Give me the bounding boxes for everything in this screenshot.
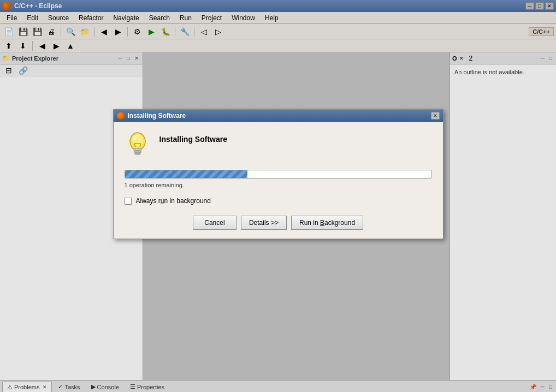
dialog-title-bar: Installing Software ✕	[114, 110, 443, 122]
dialog-title: Installing Software	[128, 112, 186, 120]
lightbulb-icon	[125, 130, 151, 161]
always-run-checkbox-row: Always run in background	[125, 197, 432, 205]
progress-container: 1 operation remaining.	[125, 170, 432, 188]
dialog-close-button[interactable]: ✕	[431, 112, 440, 120]
cancel-button[interactable]: Cancel	[193, 216, 236, 230]
modal-overlay: Installing Software ✕	[0, 0, 556, 392]
svg-rect-3	[134, 151, 141, 153]
always-run-checkbox[interactable]	[125, 198, 132, 205]
operation-text: 1 operation remaining.	[125, 182, 432, 188]
dialog-content: Installing Software 1 operation remainin…	[114, 122, 443, 239]
dialog-header: Installing Software	[125, 130, 432, 161]
svg-point-8	[133, 136, 136, 140]
svg-rect-4	[135, 153, 140, 155]
dialog-eclipse-icon	[117, 112, 125, 120]
always-run-label: Always run in background	[136, 197, 211, 205]
dialog-buttons: Cancel Details >> Run in Background	[125, 216, 432, 230]
progress-track	[125, 170, 432, 179]
progress-fill	[125, 170, 247, 178]
svg-rect-2	[134, 149, 141, 151]
run-in-background-button[interactable]: Run in Background	[291, 216, 363, 230]
details-button[interactable]: Details >>	[241, 216, 287, 230]
installing-software-dialog: Installing Software ✕	[113, 109, 443, 239]
dialog-header-title: Installing Software	[159, 135, 227, 144]
